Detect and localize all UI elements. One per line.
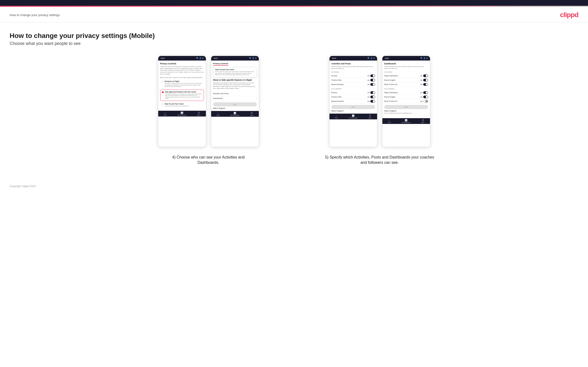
followers-rounds-row: Rounds ON — [331, 91, 375, 95]
coaches-insights-toggle[interactable]: ON — [420, 79, 428, 81]
followers-player-toggle[interactable]: ON — [420, 91, 428, 94]
coaches-player-row: Player Dashboard ON — [384, 74, 428, 78]
help-support-2: Help & Support — [213, 107, 257, 109]
menu-icon-2: ☰ — [251, 112, 253, 114]
followers-manual-toggle[interactable]: ON — [367, 100, 375, 103]
radio-everyone-label: Everyone on Clippd — [165, 80, 202, 82]
bottom-nav-2: ⌂ Home 📊 My Performance ☰ Menu — [211, 111, 259, 117]
back-button-3[interactable]: ‹ Back — [331, 57, 336, 59]
radio-followers-desc: Only approved followers and coaches you … — [165, 93, 202, 100]
followers-workon-label: What To Work On — [384, 100, 398, 102]
save-button-4[interactable]: Save — [384, 105, 428, 109]
coaches-drills-label: Practice Drills — [331, 79, 342, 81]
coaches-manual-toggle[interactable]: ON — [367, 83, 375, 86]
bottom-nav-4: ⌂ Home 📊 My Performance ☰ Menu — [382, 118, 430, 124]
performance-icon-2: 📊 — [233, 112, 236, 114]
performance-icon-3: 📊 — [352, 115, 355, 117]
tooltip-box: Only You and Your Coach Only you and the… — [213, 67, 257, 77]
followers-label-3: FOLLOWERS — [331, 88, 375, 90]
screen1-title: Privacy Controls — [160, 62, 204, 65]
save-button-2[interactable]: Save — [213, 102, 257, 106]
back-button-2[interactable]: ‹ Back — [213, 57, 218, 59]
caption-1: 4) Choose who can see your Activities an… — [170, 155, 247, 166]
coaches-manual-label: Manual Activities — [331, 83, 344, 85]
coaches-rounds-toggle[interactable]: ON — [367, 75, 375, 77]
page-subtitle: Choose what you want people to see — [10, 41, 578, 46]
followers-manual-row: Manual Activities ON — [331, 99, 375, 103]
back-button-4[interactable]: ‹ Back — [384, 57, 389, 59]
override-title: Show or hide specific features in Clippd — [213, 79, 257, 81]
override-desc: Regardless of the privacy controls that … — [213, 82, 257, 90]
bottom-nav-1: ⌂ Home 📊 My Performance ☰ Menu — [158, 111, 206, 117]
nav-performance-3[interactable]: 📊 My Performance — [349, 115, 358, 119]
radio-everyone[interactable]: Everyone on Clippd Everyone on Clippd ca… — [160, 79, 204, 89]
phone-header-4: ‹ Back 🔍 👤 ⚙ — [382, 56, 430, 60]
nav-home-3[interactable]: ⌂ Home — [335, 115, 338, 119]
nav-home-label-2: Home — [216, 115, 220, 116]
screen2-mockup: ‹ Back 🔍 👤 ⚙ Privacy Controls Only You a… — [211, 56, 259, 147]
screen1-mockup: ‹ Back 🔍 👤 ⚙ Privacy Controls Control ho… — [158, 56, 206, 147]
help-support-4: Help & Support — [384, 110, 428, 112]
radio-circle-followers — [162, 91, 164, 93]
nav-home-label-3: Home — [335, 117, 338, 119]
coaches-rounds-row: Rounds ON — [331, 74, 375, 78]
coaches-player-toggle[interactable]: ON — [420, 75, 428, 77]
nav-menu-2[interactable]: ☰ Menu — [250, 112, 253, 116]
menu-icon-1: ☰ — [198, 112, 200, 114]
nav-performance-label-3: My Performance — [349, 117, 358, 119]
radio-followers[interactable]: Only Approved Followers and Your Coach O… — [160, 90, 204, 101]
followers-drills-toggle[interactable]: ON — [367, 96, 375, 98]
followers-drills-label: Practice Drills — [331, 96, 342, 98]
coaches-label-4: COACHES — [384, 71, 428, 73]
followers-insights-toggle[interactable]: ON — [420, 96, 428, 98]
followers-drills-row: Practice Drills ON — [331, 95, 375, 99]
save-button-3[interactable]: Save — [331, 105, 375, 109]
screen1-section-label: Who Can See Your Activities and Dashboar… — [160, 77, 204, 78]
header: How to change your privacy settings clip… — [0, 7, 588, 22]
nav-performance-2[interactable]: 📊 My Performance — [231, 112, 240, 116]
nav-home-label-4: Home — [388, 122, 391, 123]
privacy-tab-2[interactable]: Privacy Controls — [213, 62, 228, 66]
footer: Copyright Clippd 2022 — [0, 180, 588, 192]
screenshots-pair-right: ‹ Back 🔍 👤 ⚙ Activities and Posts Select… — [329, 56, 430, 147]
coaches-drills-toggle[interactable]: ON — [367, 79, 375, 81]
link-dashboards[interactable]: Dashboards › — [213, 96, 257, 101]
link-activities[interactable]: Activities and Posts › — [213, 91, 257, 96]
chevron-dashboards-icon: › — [256, 97, 257, 100]
menu-icon-4: ☰ — [422, 119, 424, 122]
header-icons-4: 🔍 👤 ⚙ — [420, 57, 428, 59]
coaches-workon-label: What To Work On — [384, 83, 398, 85]
help-support-desc-4: Visit our Clippd community to troublesho… — [384, 112, 428, 114]
nav-performance-4[interactable]: 📊 My Performance — [402, 119, 411, 123]
coaches-rounds-label: Rounds — [331, 75, 337, 77]
menu-icon-3: ☰ — [369, 115, 371, 117]
followers-player-row: Player Dashboard ON — [384, 91, 428, 95]
coaches-label-3: COACHES — [331, 71, 375, 73]
nav-home-2[interactable]: ⌂ Home — [216, 112, 220, 116]
back-button-1[interactable]: ‹ Back — [160, 57, 165, 59]
nav-performance-label-2: My Performance — [231, 115, 240, 116]
followers-rounds-toggle[interactable]: ON — [367, 91, 375, 94]
coaches-workon-toggle[interactable]: ON — [420, 83, 428, 86]
nav-home-4[interactable]: ⌂ Home — [388, 119, 391, 123]
followers-workon-toggle[interactable]: ON — [420, 100, 428, 103]
home-icon-1: ⌂ — [164, 112, 166, 114]
nav-menu-3[interactable]: ☰ Menu — [368, 115, 372, 119]
nav-menu-4[interactable]: ☰ Menu — [421, 119, 424, 123]
followers-insights-row: Round Insights ON — [384, 95, 428, 99]
header-icons-3: 🔍 👤 ⚙ — [367, 57, 375, 59]
group-screens-3-4: ‹ Back 🔍 👤 ⚙ Activities and Posts Select… — [298, 56, 461, 166]
screen3-desc: Select the types of activity that you'd … — [331, 66, 375, 69]
followers-workon-row: What To Work On ON — [384, 99, 428, 103]
page-title: How to change your privacy settings (Mob… — [10, 32, 578, 40]
screen4-title: Dashboards — [384, 62, 428, 65]
nav-menu-1[interactable]: ☰ Menu — [197, 112, 200, 116]
radio-circle-coach — [162, 103, 164, 105]
nav-performance-1[interactable]: 📊 My Performance — [178, 112, 187, 116]
nav-home-label-1: Home — [164, 114, 167, 116]
screen4-desc: Select the dashboards that you'd like to… — [384, 66, 428, 69]
main-content: How to change your privacy settings (Mob… — [0, 22, 588, 180]
nav-home-1[interactable]: ⌂ Home — [164, 112, 167, 116]
coaches-drills-row: Practice Drills ON — [331, 78, 375, 82]
radio-coach-only[interactable]: Only You and Your Coach Only you and the… — [160, 102, 204, 108]
